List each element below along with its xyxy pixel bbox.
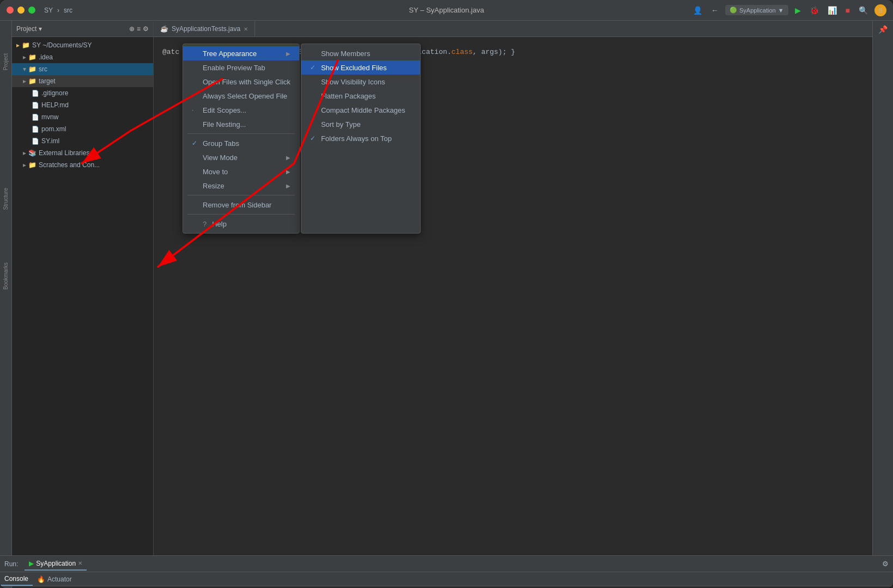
right-sidebar: 📌 [872, 21, 893, 555]
tree-item-target[interactable]: ▸ 📁 target [12, 75, 153, 87]
separator-1 [187, 133, 295, 134]
user-icon[interactable]: 👤 [691, 4, 704, 17]
avatar-button[interactable]: S [874, 4, 886, 16]
tree-item-src[interactable]: ▾ 📁 src [12, 63, 153, 75]
tree-item-help[interactable]: 📄 HELP.md [12, 99, 153, 111]
editor-tab-tests[interactable]: ☕ SyApplicationTests.java ✕ [154, 21, 255, 36]
close-button[interactable] [7, 7, 14, 14]
debug-button[interactable]: 🐞 [807, 4, 821, 17]
stop-button[interactable]: ■ [843, 4, 852, 17]
actuator-tab[interactable]: 🔥 Actuator [33, 572, 76, 586]
move-to-label: Move to [203, 168, 228, 176]
tree-item-gitignore-label: .gitignore [41, 89, 68, 97]
show-excluded-label: Show Excluded Files [321, 64, 387, 72]
submenu-compact-middle[interactable]: Compact Middle Packages [301, 103, 420, 117]
submenu-sort-type[interactable]: Sort by Type [301, 117, 420, 131]
project-tree: ▸ 📁 SY ~/Documents/SY ▸ 📁 .idea ▾ 📁 src … [12, 37, 153, 555]
minimize-button[interactable] [17, 7, 25, 14]
tree-item-pom[interactable]: 📄 pom.xml [12, 123, 153, 135]
menu-open-single-click[interactable]: Open Files with Single Click [183, 75, 299, 89]
menu-view-mode[interactable]: View Mode ▶ [183, 150, 299, 164]
tree-item-scratches[interactable]: ▸ 📁 Scratches and Con... [12, 159, 153, 171]
tree-item-scratches-label: Scratches and Con... [39, 161, 100, 169]
structure-icon[interactable]: Structure [3, 188, 9, 210]
run-button[interactable]: ▶ [793, 4, 803, 17]
console-settings[interactable]: ⚙ [882, 560, 889, 568]
help-question-icon: ? [203, 220, 206, 228]
group-tabs-check: ✓ [192, 139, 199, 147]
tree-root-label: SY ~/Documents/SY [32, 41, 92, 49]
menu-tree-appearance[interactable]: Tree Appearance ▶ [183, 46, 299, 60]
project-header: Project ▾ ⊕ ≡ ⚙ [12, 21, 153, 37]
submenu-show-excluded[interactable]: ✓ Show Excluded Files [301, 60, 420, 75]
menu-file-nesting[interactable]: File Nesting... [183, 117, 299, 131]
view-mode-arrow: ▶ [286, 155, 290, 161]
submenu-flatten-packages[interactable]: Flatten Packages [301, 89, 420, 103]
move-to-arrow: ▶ [286, 169, 290, 175]
run-tab-close[interactable]: ✕ [78, 560, 82, 566]
search-button[interactable]: 🔍 [856, 4, 870, 17]
menu-enable-preview[interactable]: Enable Preview Tab [183, 60, 299, 75]
tree-item-src-label: src [39, 65, 47, 73]
titlebar: SY › src SY – SyApplication.java 👤 ← 🟢 S… [0, 0, 893, 21]
tab-close[interactable]: ✕ [244, 26, 248, 32]
maximize-button[interactable] [28, 7, 35, 14]
menu-move-to[interactable]: Move to ▶ [183, 164, 299, 179]
tree-item-iml-label: SY.iml [41, 137, 59, 145]
project-header-icons: ⊕ ≡ ⚙ [129, 25, 149, 33]
menu-remove-sidebar[interactable]: Remove from Sidebar [183, 198, 299, 212]
main-container: Project Structure Bookmarks Project ▾ ⊕ … [0, 21, 893, 555]
collapse-icon[interactable]: ≡ [137, 25, 141, 33]
project-icon[interactable]: Project [3, 53, 9, 70]
submenu-show-members[interactable]: Show Members [301, 46, 420, 60]
run-tab[interactable]: ▶ SyApplication ✕ [25, 558, 87, 571]
menu-always-select[interactable]: Always Select Opened File [183, 89, 299, 103]
project-dropdown[interactable]: ▾ [39, 25, 42, 33]
flatten-packages-label: Flatten Packages [321, 92, 375, 100]
menu-edit-scopes[interactable]: · Edit Scopes... [183, 103, 299, 117]
tree-item-target-label: target [39, 77, 56, 85]
single-click-label: Open Files with Single Click [203, 78, 290, 86]
submenu-visibility-icons[interactable]: Show Visibility Icons [301, 75, 420, 89]
coverage-button[interactable]: 📊 [825, 4, 839, 17]
tree-item-ext-libs-label: External Libraries... [39, 149, 95, 157]
tree-appearance-label: Tree Appearance [203, 50, 257, 58]
run-config-button[interactable]: 🟢 SyApplication ▼ [725, 5, 788, 15]
locate-icon[interactable]: ⊕ [129, 25, 135, 33]
breadcrumb-src: src [64, 7, 72, 14]
console-tab[interactable]: Console [0, 572, 33, 586]
bookmarks-icon[interactable]: Bookmarks [3, 262, 9, 290]
run-config-arrow: ▼ [778, 7, 784, 14]
menu-group-tabs[interactable]: ✓ Group Tabs [183, 136, 299, 150]
always-select-label: Always Select Opened File [203, 92, 287, 100]
show-members-label: Show Members [321, 50, 370, 58]
visibility-icons-label: Show Visibility Icons [321, 78, 385, 86]
tree-root[interactable]: ▸ 📁 SY ~/Documents/SY [12, 39, 153, 51]
left-sidebar-icons: Project Structure Bookmarks [0, 21, 12, 555]
context-menu-overlay: Tree Appearance ▶ Enable Preview Tab Ope… [183, 44, 421, 234]
project-label: Project [16, 25, 37, 33]
console-subtabs: Console 🔥 Actuator [0, 572, 893, 586]
run-label: Run: [4, 560, 18, 568]
menu-help[interactable]: ? Help [183, 217, 299, 231]
tree-item-idea[interactable]: ▸ 📁 .idea [12, 51, 153, 63]
tab-icon: ☕ [160, 25, 168, 33]
settings-icon[interactable]: ⚙ [143, 25, 149, 33]
breadcrumb-sy: SY [44, 7, 53, 14]
bottom-tabs: Run: ▶ SyApplication ✕ ⚙ [0, 556, 893, 572]
window-frame: SY › src SY – SyApplication.java 👤 ← 🟢 S… [0, 0, 893, 588]
tree-item-iml[interactable]: 📄 SY.iml [12, 135, 153, 147]
tree-item-help-label: HELP.md [41, 101, 69, 109]
tree-item-ext-libs[interactable]: ▸ 📚 External Libraries... [12, 147, 153, 159]
back-icon[interactable]: ← [709, 4, 721, 17]
menu-resize[interactable]: Resize ▶ [183, 179, 299, 193]
tree-item-gitignore[interactable]: 📄 .gitignore [12, 87, 153, 99]
submenu-folders-top[interactable]: ✓ Folders Always on Top [301, 131, 420, 145]
right-icon-1[interactable]: 📌 [878, 25, 888, 34]
compact-middle-label: Compact Middle Packages [321, 106, 405, 114]
tree-item-mvnw-label: mvnw [41, 113, 58, 121]
tree-item-mvnw[interactable]: 📄 mvnw [12, 111, 153, 123]
file-nesting-label: File Nesting... [203, 120, 246, 128]
tab-label: SyApplicationTests.java [172, 25, 240, 33]
tree-appearance-arrow: ▶ [286, 51, 290, 57]
